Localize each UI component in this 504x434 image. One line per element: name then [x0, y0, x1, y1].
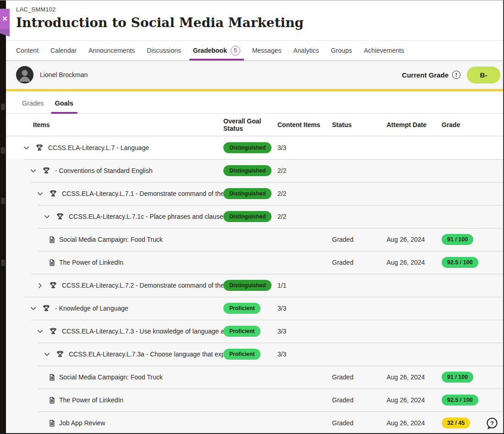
background-app-strip [0, 0, 6, 433]
table-row[interactable]: CCSS.ELA-Literacy.L.7.3a - Choose langua… [6, 343, 503, 366]
column-header-grade: Grade [442, 121, 503, 128]
goal-trophy-icon [55, 349, 65, 359]
chevron-down-icon[interactable] [41, 349, 52, 360]
goal-status-badge: Proficient [223, 349, 260, 360]
row-content-items-cell: 1/1 [275, 282, 332, 289]
background-icon [1, 260, 5, 266]
nav-tab-calendar[interactable]: Calendar [50, 41, 77, 60]
chevron-down-icon[interactable] [28, 165, 39, 176]
row-status-cell: Graded [332, 259, 387, 266]
chevron-right-icon[interactable] [34, 280, 45, 291]
document-icon [48, 258, 56, 267]
table-row[interactable]: - Conventions of Standard English Distin… [6, 159, 503, 182]
page-title: Introduction to Social Media Marketing [16, 15, 503, 30]
row-items-cell: Social Media Campaign: Food Truck [16, 235, 223, 244]
goal-status-badge: Distinguished [223, 165, 271, 176]
chevron-down-icon[interactable] [34, 188, 45, 199]
row-attempt-date-cell: Aug 26, 2024 [387, 259, 442, 266]
row-attempt-date-cell: Aug 26, 2024 [387, 373, 442, 381]
goal-status-badge: Distinguished [223, 280, 271, 291]
row-grade-cell: 92.5 / 100 [442, 395, 503, 406]
row-items-cell: CCSS.ELA-Literacy.L.7.1c - Place phrases… [16, 211, 223, 222]
course-code: LAC_SMM102 [16, 6, 503, 13]
row-items-cell: Job App Review [16, 419, 223, 427]
table-row[interactable]: - Knowledge of Language Proficient 3/3 [6, 297, 503, 320]
goals-table-body: CCSS.ELA-Literacy.L.7 - Language Disting… [6, 136, 503, 434]
svg-text:?: ? [490, 420, 494, 427]
row-label: CCSS.ELA-Literacy.L.7 - Language [48, 144, 149, 151]
chevron-down-icon[interactable] [34, 326, 45, 337]
goal-trophy-icon [48, 280, 58, 290]
row-goal-status-cell: Distinguished [223, 211, 275, 222]
help-icon: ? [485, 416, 499, 431]
course-nav: Content Calendar Announcements Discussio… [6, 41, 503, 61]
grade-badge[interactable]: 91 / 100 [442, 372, 473, 383]
grade-badge[interactable]: 91 / 100 [442, 234, 473, 245]
nav-tab-discussions[interactable]: Discussions [147, 41, 181, 60]
row-items-cell: - Conventions of Standard English [16, 165, 223, 176]
goal-trophy-icon [41, 166, 51, 176]
table-row[interactable]: CCSS.ELA-Literacy.L.7.1c - Place phrases… [6, 205, 503, 228]
row-items-cell: - Knowledge of Language [16, 303, 223, 314]
nav-tab-messages[interactable]: Messages [252, 41, 282, 60]
goal-trophy-icon [34, 143, 44, 153]
close-ribbon-flap [0, 29, 10, 37]
row-status-cell: Graded [332, 373, 387, 381]
current-grade-info-icon[interactable]: ! [452, 71, 460, 79]
row-label: CCSS.ELA-Literacy.L.7.3 - Use knowledge … [62, 328, 223, 335]
table-row[interactable]: Social Media Campaign: Food Truck Graded… [6, 228, 503, 251]
chevron-down-icon[interactable] [41, 211, 52, 222]
table-row[interactable]: Social Media Campaign: Food Truck Graded… [6, 366, 503, 389]
table-row[interactable]: Job App Review Graded Aug 26, 2024 32 / … [6, 412, 503, 434]
chevron-down-icon[interactable] [21, 142, 32, 153]
row-goal-status-cell: Distinguished [223, 188, 275, 199]
table-row[interactable]: CCSS.ELA-Literacy.L.7.3 - Use knowledge … [6, 320, 503, 343]
row-content-items-cell: 2/2 [275, 190, 332, 197]
course-header: LAC_SMM102 Introduction to Social Media … [6, 0, 503, 41]
grade-badge[interactable]: 92.5 / 100 [442, 257, 478, 268]
column-header-overall-goal-status: Overall Goal Status [223, 117, 275, 132]
table-row[interactable]: The Power of LinkedIn Graded Aug 26, 202… [6, 251, 503, 274]
gradebook-window: ✕ LAC_SMM102 Introduction to Social Medi… [0, 0, 504, 434]
goal-trophy-icon [48, 326, 58, 336]
table-row[interactable]: CCSS.ELA-Literacy.L.7.1 - Demonstrate co… [6, 182, 503, 205]
row-items-cell: Social Media Campaign: Food Truck [16, 373, 223, 381]
document-icon [48, 373, 56, 381]
document-icon [48, 419, 56, 427]
row-items-cell: The Power of LinkedIn [16, 396, 223, 404]
current-grade-label: Current Grade [402, 71, 449, 79]
row-label: Social Media Campaign: Food Truck [59, 373, 163, 381]
table-row[interactable]: CCSS.ELA-Literacy.L.7 - Language Disting… [6, 136, 503, 159]
row-attempt-date-cell: Aug 26, 2024 [387, 419, 442, 427]
row-content-items-cell: 3/3 [275, 144, 332, 151]
grade-badge[interactable]: 32 / 45 [442, 417, 470, 428]
nav-tab-groups[interactable]: Groups [331, 41, 352, 60]
row-items-cell: CCSS.ELA-Literacy.L.7.2 - Demonstrate co… [16, 280, 223, 291]
row-goal-status-cell: Proficient [223, 303, 275, 314]
table-row[interactable]: The Power of LinkedIn Graded Aug 26, 202… [6, 389, 503, 412]
row-label: CCSS.ELA-Literacy.L.7.3a - Choose langua… [69, 351, 223, 358]
row-label: - Knowledge of Language [55, 305, 128, 312]
column-header-status: Status [332, 121, 387, 128]
nav-tab-announcements[interactable]: Announcements [89, 41, 135, 60]
row-label: The Power of LinkedIn [59, 259, 123, 266]
nav-tab-achievements[interactable]: Achievements [364, 41, 404, 60]
row-content-items-cell: 3/3 [275, 305, 332, 312]
row-content-items-cell: 2/2 [275, 167, 332, 174]
close-panel-button[interactable]: ✕ [0, 9, 10, 37]
table-row[interactable]: CCSS.ELA-Literacy.L.7.2 - Demonstrate co… [6, 274, 503, 297]
help-button[interactable]: ? [485, 416, 499, 431]
tab-goals[interactable]: Goals [55, 100, 73, 113]
nav-tab-content[interactable]: Content [16, 41, 39, 60]
overall-grade-pill[interactable]: B- [467, 67, 500, 83]
column-header-items: Items [16, 121, 223, 128]
nav-tab-analytics[interactable]: Analytics [293, 41, 319, 60]
chevron-down-icon[interactable] [28, 303, 39, 314]
tab-grades[interactable]: Grades [22, 100, 44, 113]
nav-tab-gradebook[interactable]: Gradebook 5 [193, 41, 240, 60]
row-label: - Conventions of Standard English [55, 167, 152, 174]
document-icon [48, 396, 56, 404]
grade-badge[interactable]: 92.5 / 100 [442, 395, 478, 406]
row-grade-cell: 92.5 / 100 [442, 257, 503, 268]
row-label: The Power of LinkedIn [59, 396, 123, 404]
